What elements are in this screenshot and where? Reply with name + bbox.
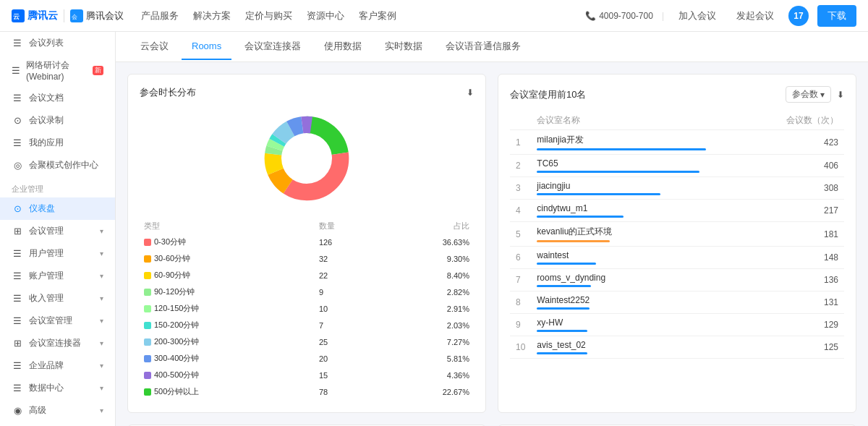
new-badge: 新 [93,66,103,75]
table-row: 5 kevanliu的正式环境 181 [510,222,844,247]
nav-solution[interactable]: 解决方案 [193,9,231,22]
table-row: 1 milanjia开发 423 [510,130,844,155]
count-cell: 148 [712,247,844,269]
nav-resources[interactable]: 资源中心 [307,9,344,22]
sidebar-item-creator[interactable]: ◎ 会聚模式创作中心 [0,154,115,176]
count-cell: 136 [712,269,844,291]
table-row: 8 Waintest2252 131 [510,291,844,314]
room-name: milanjia开发 [537,134,706,146]
name-cell: rooms_v_dynding [531,269,712,291]
tab-usage-data[interactable]: 使用数据 [314,33,372,61]
color-dot [144,372,151,379]
sidebar-item-brand[interactable]: ☰ 企业品牌 ▾ [0,354,115,377]
legend-count: 126 [316,234,378,250]
name-cell: Waintest2252 [531,291,712,314]
header-nav: 产品服务 解决方案 定价与购买 资源中心 客户案例 [141,9,568,22]
sidebar-item-rooms-mgmt[interactable]: ☰ 会议室管理 ▾ [0,310,115,332]
data-center-icon: ☰ [12,383,23,393]
legend-label: 300-400分钟 [141,351,315,366]
color-dot [144,388,151,396]
name-cell: avis_test_02 [531,336,712,359]
top10-table: 会议室名称 会议数（次） 1 milanjia开发 423 2 TC65 406 [510,111,844,359]
duration-card-title: 参会时长分布 [140,86,196,99]
revenue-icon: ☰ [12,293,23,304]
name-cell: cindytwu_m1 [531,200,712,222]
nav-cases[interactable]: 客户案例 [359,9,396,22]
legend-row: 60-90分钟 22 8.40% [141,268,472,283]
legend-row: 300-400分钟 20 5.81% [141,351,472,366]
col-count-header: 数量 [316,219,378,233]
sidebar-item-apps[interactable]: ☰ 我的应用 [0,132,115,154]
tab-connector[interactable]: 会议室连接器 [234,33,311,61]
rank-cell: 7 [510,269,531,291]
color-dot [144,239,151,246]
legend-row: 200-300分钟 25 7.27% [141,334,472,349]
legend-row: 30-60分钟 32 9.30% [141,251,472,266]
tab-cloud-meeting[interactable]: 云会议 [130,33,179,61]
count-cell: 423 [712,130,844,155]
sidebar-item-webinar[interactable]: ☰ 网络研讨会(Webinar) 新 [0,54,115,87]
partner-section-title: 合作伙伴 [0,422,115,426]
usage-bar [537,240,609,242]
account-mgmt-icon: ☰ [12,270,23,281]
room-name: xy-HW [537,318,706,328]
avatar[interactable]: 17 [788,6,809,26]
sidebar-item-connector[interactable]: ⊞ 会议室连接器 ▾ [0,332,115,354]
legend-label: 150-200分钟 [141,318,315,333]
arrow-icon-4: ▾ [100,294,103,302]
name-cell: jiacingjiu [531,177,712,200]
legend-row: 0-30分钟 126 36.63% [141,234,472,250]
list-icon: ☰ [12,38,23,48]
table-row: 2 TC65 406 [510,155,844,177]
svg-text:会: 会 [72,13,77,20]
header: 云 腾讯云 会 腾讯会议 产品服务 解决方案 定价与购买 资源中心 客户案例 📞… [0,0,868,32]
sidebar-item-meeting-mgmt[interactable]: ⊞ 会议管理 ▾ [0,220,115,242]
room-name: avis_test_02 [537,340,706,350]
sidebar-item-data-center[interactable]: ☰ 数据中心 ▾ [0,377,115,399]
top10-download-icon[interactable]: ⬇ [837,90,844,100]
duration-download-icon[interactable]: ⬇ [467,88,474,98]
tab-voice-service[interactable]: 会议语音通信服务 [435,33,531,61]
usage-bar [537,285,591,287]
start-meeting-button[interactable]: 发起会议 [731,7,780,25]
meeting-count-btn[interactable]: 参会数 ▾ [786,86,831,103]
color-dot [144,322,151,329]
nav-product[interactable]: 产品服务 [141,9,179,22]
rank-col-header [510,111,531,130]
usage-bar [537,352,587,354]
count-cell: 308 [712,177,844,200]
legend-count: 9 [316,284,378,299]
sidebar-item-advanced[interactable]: ◉ 高级 ▾ [0,399,115,422]
sidebar-item-recording[interactable]: ⊙ 会议录制 [0,109,115,132]
name-cell: kevanliu的正式环境 [531,222,712,247]
sidebar-item-dashboard[interactable]: ⊙ 仪表盘 [0,197,115,220]
legend-count: 7 [316,318,378,333]
logo-area: 云 腾讯云 会 腾讯会议 [12,9,124,22]
arrow-icon-8: ▾ [100,384,103,392]
nav-pricing[interactable]: 定价与购买 [245,9,292,22]
sidebar-item-docs[interactable]: ☰ 会议文档 [0,87,115,109]
tabs-bar: 云会议 Rooms 会议室连接器 使用数据 实时数据 会议语音通信服务 [116,32,868,62]
color-dot [144,338,151,346]
sidebar-item-revenue[interactable]: ☰ 收入管理 ▾ [0,287,115,310]
color-dot [144,289,151,296]
legend-row: 150-200分钟 7 2.03% [141,318,472,333]
top10-card-title: 会议室使用前10名 [510,88,586,101]
tab-rooms[interactable]: Rooms [182,33,231,60]
tencent-cloud-logo: 云 腾讯云 [12,9,58,22]
join-meeting-button[interactable]: 加入会议 [673,7,722,25]
sidebar-item-user-mgmt[interactable]: ☰ 用户管理 ▾ [0,242,115,265]
download-button[interactable]: 下载 [817,5,856,27]
sidebar-item-meeting-list[interactable]: ☰ 会议列表 [0,32,115,54]
tab-realtime-data[interactable]: 实时数据 [375,33,433,61]
legend-count: 10 [316,301,378,316]
name-cell: TC65 [531,155,712,177]
legend-row: 500分钟以上 78 22.67% [141,384,472,399]
usage-bar [537,330,587,332]
legend-count: 22 [316,268,378,283]
legend-row: 120-150分钟 10 2.91% [141,301,472,316]
arrow-icon-6: ▾ [100,339,103,347]
legend-table: 类型 数量 占比 0-30分钟 126 36.63% 30-60分钟 32 9.… [140,218,474,401]
sidebar-item-account-mgmt[interactable]: ☰ 账户管理 ▾ [0,265,115,287]
donut-chart-area [140,108,474,209]
